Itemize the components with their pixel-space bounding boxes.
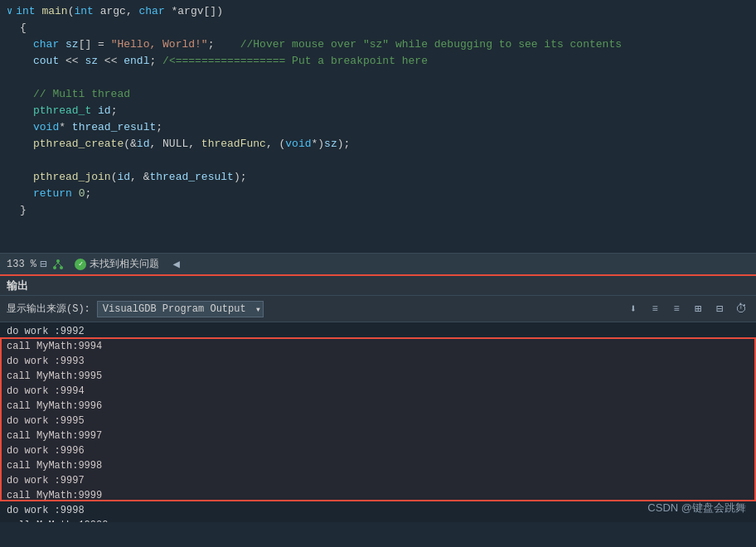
output-line-13: call MyMath:10000 <box>0 518 756 522</box>
output-line-9: call MyMath:9998 <box>0 458 756 473</box>
line-arrow: ∨ <box>7 3 12 20</box>
output-line-8: do work :9996 <box>0 443 756 458</box>
indent-icon[interactable]: ⊞ <box>690 301 706 317</box>
code-line-10 <box>0 152 756 169</box>
output-line-10: do work :9997 <box>0 473 756 488</box>
output-line-3: call MyMath:9995 <box>0 369 756 384</box>
svg-line-3 <box>55 263 58 266</box>
check-icon: ✓ <box>75 259 86 270</box>
code-line-3: char sz[] = "Hello, World!"; //Hover mou… <box>0 36 756 53</box>
svg-point-1 <box>53 266 56 269</box>
output-panel-header: 输出 <box>0 274 756 296</box>
source-select-wrapper[interactable]: VisualGDB Program Output <box>97 301 264 317</box>
lines-icon[interactable]: ≡ <box>647 301 663 317</box>
code-line-5 <box>0 70 756 86</box>
output-line-5: call MyMath:9996 <box>0 399 756 414</box>
status-bar: 133 % ⊟ ✓ 未找到相关问题 ◀ <box>0 253 756 274</box>
output-line-6: do work :9995 <box>0 414 756 428</box>
code-line-7: pthread_t id; <box>0 103 756 119</box>
zoom-level[interactable]: 133 % ⊟ <box>7 257 65 271</box>
camera-icon[interactable]: ⊟ <box>40 257 46 271</box>
output-line-4: do work :9994 <box>0 384 756 399</box>
output-line-7: call MyMath:9997 <box>0 428 756 443</box>
code-line-13: } <box>0 202 756 219</box>
source-select[interactable]: VisualGDB Program Output <box>97 301 264 317</box>
grid-icon[interactable]: ⊟ <box>711 301 728 317</box>
output-line-2: do work :9993 <box>0 354 756 369</box>
problems-status: ✓ 未找到相关问题 <box>75 257 159 271</box>
code-line-12: return 0; <box>0 186 756 202</box>
output-line-12: do work :9998 <box>0 503 756 518</box>
network-icon <box>51 258 65 271</box>
code-line-4: cout << sz << endl; /<================= … <box>0 53 756 70</box>
code-line-11: pthread_join(id, &thread_result); <box>0 169 756 186</box>
toolbar-icons: ⬇ ≡ ≡ ⊞ ⊟ ⏱ <box>625 301 749 317</box>
code-line-1: ∨int main(int argc, char *argv[]) <box>0 3 756 20</box>
output-line-11: call MyMath:9999 <box>0 488 756 503</box>
output-content[interactable]: do work :9992 call MyMath:9994 do work :… <box>0 322 756 522</box>
save-output-icon[interactable]: ⬇ <box>625 301 642 317</box>
code-line-8: void* thread_result; <box>0 119 756 136</box>
code-line-6: // Multi thread <box>0 86 756 103</box>
watermark: CSDN @键盘会跳舞 <box>647 501 746 516</box>
output-line-0: do work :9992 <box>0 322 756 339</box>
code-line-2: { <box>0 20 756 36</box>
lines2-icon[interactable]: ≡ <box>668 301 685 317</box>
svg-point-0 <box>56 259 60 263</box>
output-line-1: call MyMath:9994 <box>0 339 756 354</box>
clock-icon[interactable]: ⏱ <box>733 301 749 317</box>
svg-line-4 <box>58 263 61 266</box>
svg-point-2 <box>60 266 63 269</box>
code-line-9: pthread_create(&id, NULL, threadFunc, (v… <box>0 136 756 152</box>
code-editor[interactable]: ∨int main(int argc, char *argv[]) { char… <box>0 0 756 253</box>
output-toolbar[interactable]: 显示输出来源(S): VisualGDB Program Output ⬇ ≡ … <box>0 296 756 322</box>
scroll-arrow-icon: ◀ <box>172 257 179 271</box>
